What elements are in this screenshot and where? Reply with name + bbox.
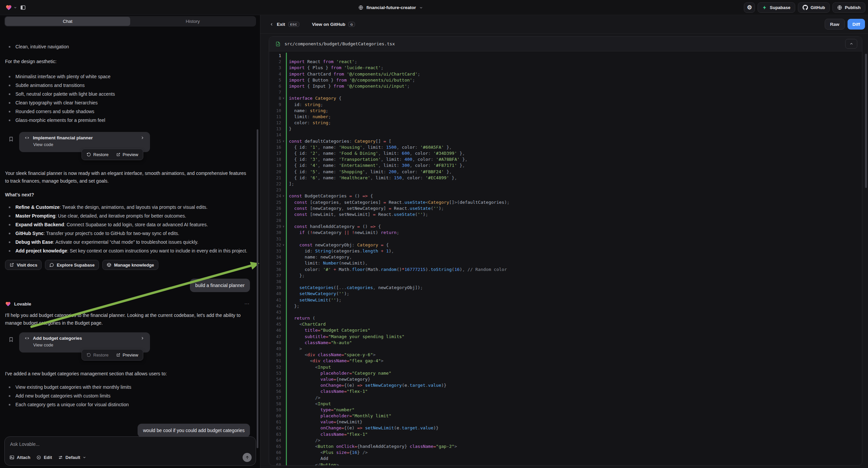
code-line: <Plus size={16} />: [289, 449, 862, 456]
main-split: Chat History Clean, intuitive navigation…: [0, 15, 868, 468]
code-scrollbar-thumb[interactable]: [865, 54, 867, 188]
code-line: />: [289, 395, 862, 401]
gutter-line: 46: [269, 327, 286, 333]
chat-bubble-icon: [49, 263, 54, 267]
list-item: Glass-morphic elements for a premium fee…: [5, 116, 250, 124]
list-item: Each category gets a unique color for vi…: [5, 400, 250, 409]
code-line: className="flex-1": [289, 388, 862, 394]
attach-button[interactable]: Attach: [9, 455, 30, 460]
chevron-up-icon: [849, 41, 854, 46]
github-button[interactable]: GitHub: [798, 2, 830, 13]
code-line: ];: [289, 181, 862, 187]
chat-input[interactable]: [10, 441, 238, 447]
summary-paragraph: Your sleek financial planner is now read…: [5, 170, 250, 185]
composer-toolbar: Attach Edit Default: [9, 453, 252, 462]
code-line: </Button>: [289, 462, 862, 465]
gutter-line: 19: [269, 163, 286, 169]
chat-scrollbar-thumb[interactable]: [257, 129, 258, 448]
code-line: import { Button } from '@/components/ui/…: [289, 77, 862, 83]
manage-knowledge-button[interactable]: Manage knowledge: [102, 260, 158, 270]
restore-button[interactable]: Restore: [87, 352, 109, 357]
code-line: setCategories([...categories, newCategor…: [289, 285, 862, 291]
gutter-line: 54: [269, 376, 286, 382]
publish-button[interactable]: Publish: [832, 2, 865, 13]
gutter-line: 5: [269, 77, 286, 83]
gutter-line: 3: [269, 65, 286, 71]
mode-selector[interactable]: Default: [58, 455, 86, 460]
code-line: const BudgetCategories = () => {: [289, 193, 862, 199]
code-line: const [newCategory, setNewCategory] = Re…: [289, 205, 862, 211]
bookmark-icon[interactable]: [8, 136, 14, 142]
raw-toggle[interactable]: Raw: [825, 19, 845, 30]
lovable-logo-menu[interactable]: [5, 4, 17, 11]
quick-actions: Visit docs Explore Supabase Manage knowl…: [5, 260, 250, 270]
settings-button[interactable]: ⚙: [744, 2, 755, 13]
g-key-badge: G: [348, 22, 355, 27]
list-item: Soft, neutral color palette with light b…: [5, 90, 250, 98]
gutter-line: 10: [269, 108, 286, 114]
project-switcher[interactable]: financial-future-creator: [358, 0, 423, 15]
code-line: [289, 132, 862, 138]
code-line: { id: '1', name: 'Housing', limit: 1500,…: [289, 144, 862, 150]
code-line: { id: '4', name: 'Entertainment', limit:…: [289, 163, 862, 169]
view-code-link[interactable]: View code: [33, 142, 145, 147]
code-editor[interactable]: 12345678∨9101112131415∨16171819202122232…: [269, 51, 862, 465]
code-line: setNewLimit('');: [289, 297, 862, 303]
gutter-line: 20: [269, 169, 286, 175]
gutter-line: 53: [269, 370, 286, 376]
file-header-row[interactable]: src/components/budget/BudgetCategories.t…: [269, 37, 862, 51]
code-line: subtitle="Manage your spending limits": [289, 334, 862, 340]
tab-chat[interactable]: Chat: [5, 17, 130, 26]
topbar: financial-future-creator ⚙ Supabase GitH…: [0, 0, 868, 15]
tab-history[interactable]: History: [130, 17, 255, 26]
user-message-row: build a financial planner: [5, 279, 250, 292]
visit-docs-button[interactable]: Visit docs: [5, 260, 41, 270]
sidebar-toggle-icon[interactable]: [20, 5, 26, 10]
explore-supabase-button[interactable]: Explore Supabase: [45, 260, 99, 270]
gutter-line: 26: [269, 205, 286, 211]
edit-button[interactable]: Edit: [36, 455, 52, 460]
gutter-line: 62: [269, 425, 286, 431]
code-line: import { Input } from '@/components/ui/i…: [289, 83, 862, 89]
code-line: [289, 309, 862, 315]
gutter-line: 6: [269, 83, 286, 89]
code-line: };: [289, 303, 862, 309]
preview-button[interactable]: Preview: [116, 152, 138, 157]
send-button[interactable]: [243, 453, 252, 462]
view-on-github-button[interactable]: View on GitHub G: [312, 22, 355, 27]
preview-button[interactable]: Preview: [116, 352, 138, 357]
package-icon: [107, 263, 112, 267]
chevron-right-icon: [140, 136, 145, 140]
gutter-line: 43: [269, 309, 286, 315]
message-menu-icon[interactable]: ⋯: [244, 301, 250, 307]
code-line: limit: number;: [289, 114, 862, 120]
target-icon: [36, 455, 41, 460]
code-line: [289, 89, 862, 95]
gutter-line: 37: [269, 273, 286, 279]
gutter-line: 50: [269, 352, 286, 358]
restore-button[interactable]: Restore: [87, 152, 109, 157]
supabase-button[interactable]: Supabase: [757, 2, 795, 13]
gutter-line: 36: [269, 267, 286, 273]
code-line: return (: [289, 315, 862, 321]
publish-globe-icon: [837, 5, 842, 10]
view-code-link[interactable]: View code: [33, 343, 145, 348]
topbar-left: [0, 4, 26, 11]
code-line: import ChartCard from '@/components/ui/C…: [289, 71, 862, 77]
code-icon: [25, 336, 30, 341]
composer: Attach Edit Default: [4, 436, 256, 466]
diff-toggle[interactable]: Diff: [847, 19, 865, 30]
chat-messages[interactable]: Clean, intuitive navigation For the desi…: [0, 41, 260, 436]
gutter-line: 33: [269, 248, 286, 254]
gutter-line: 39: [269, 285, 286, 291]
bookmark-icon[interactable]: [8, 337, 14, 343]
code-line: className="h-auto": [289, 340, 862, 346]
exit-button[interactable]: Exit ESC: [270, 22, 299, 27]
image-icon: [9, 455, 14, 460]
gutter-line: 17: [269, 150, 286, 156]
gutter-line: 11: [269, 114, 286, 120]
collapse-file-button[interactable]: [845, 39, 857, 49]
outro-bullet-list: View existing budget categories with the…: [5, 383, 250, 409]
gutter-line: 40: [269, 291, 286, 297]
code-line: color: string;: [289, 120, 862, 126]
